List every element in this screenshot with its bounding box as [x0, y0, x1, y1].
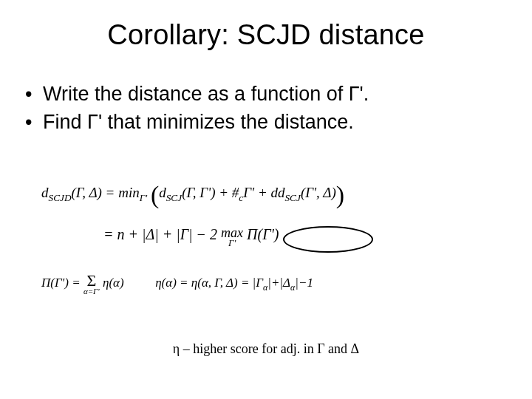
eq1-end: (Γ', Δ) [301, 185, 336, 200]
eq1-mid2: Γ' + dd [243, 185, 284, 200]
eq1-dscj: d [159, 185, 166, 200]
eq1-scj2: SCJ [284, 192, 300, 203]
eq3-mid: η(α) [100, 276, 124, 290]
eq3-rhs3: |−1 [295, 276, 313, 290]
page-title: Corollary: SCJD distance [0, 0, 532, 51]
eq3-rhs2: |+|Δ [267, 276, 290, 290]
eq3-sigsub: α=Γ' [83, 287, 100, 296]
eq1-scjd: SCJD [49, 192, 72, 203]
bullet-item-1: Write the distance as a function of Γ'. [25, 81, 532, 107]
bullet-item-2: Find Γ' that minimizes the distance. [25, 109, 532, 135]
equation-2: = n + |Δ| + |Γ| − 2 max Γ' Π(Γ') [103, 225, 499, 248]
eq3-rhs1: η(α) = η(α, Γ, Δ) = |Γ [155, 276, 263, 290]
eq2-lhs: = n + |Δ| + |Γ| − 2 [103, 226, 217, 242]
equation-3: Π(Γ') = Σα=Γ' η(α) η(α) = η(α, Γ, Δ) = |… [41, 273, 499, 296]
caption: η – higher score for adj. in Γ and Δ [0, 341, 532, 357]
eq2-rhs: Π(Γ') [243, 226, 279, 242]
equation-1: dSCJD(Γ, Δ) = minΓ' (dSCJ(Γ, Γ') + #cΓ' … [41, 185, 499, 204]
eq3-sum: Σα=Γ' [83, 273, 100, 296]
eq3-lhs: Π(Γ') = [41, 276, 83, 290]
eq3-gap [124, 276, 156, 290]
eq1-scj1: SCJ [166, 192, 182, 203]
slide: Corollary: SCJD distance Write the dista… [0, 0, 532, 399]
bullet-list: Write the distance as a function of Γ'. … [25, 81, 532, 136]
eq1-minsub: Γ' [140, 192, 147, 203]
math-block: dSCJD(Γ, Δ) = minΓ' (dSCJ(Γ, Γ') + #cΓ' … [41, 185, 499, 296]
eq1-mid: (Γ, Γ') + # [182, 185, 239, 200]
eq1-d: d [41, 185, 49, 200]
paren-open: ( [151, 188, 159, 202]
eq1-args: (Γ, Δ) = min [72, 185, 140, 200]
eq2-max-wrap: max Γ' [221, 225, 243, 248]
paren-close: ) [336, 188, 344, 202]
